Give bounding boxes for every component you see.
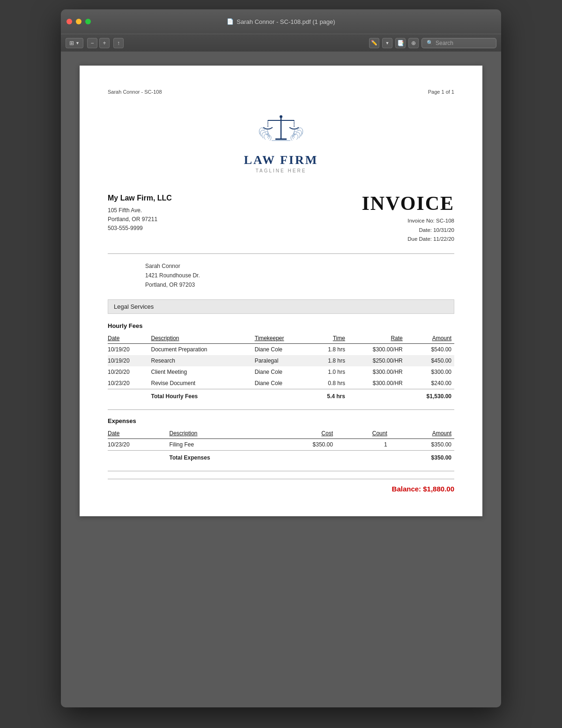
row-amount: $300.00 [406, 366, 454, 378]
invoice-title-block: INVOICE Invoice No: SC-108 Date: 10/31/2… [362, 192, 454, 244]
row-time: 1.8 hrs [311, 355, 348, 366]
expenses-divider [108, 471, 454, 471]
hourly-fees-table: Date Description Timekeeper Time Rate Am… [108, 333, 454, 402]
exp-col-cost: Cost [278, 428, 336, 439]
window-title: 📄 Sarah Connor - SC-108.pdf (1 page) [227, 18, 335, 25]
invoice-due-date: Due Date: 11/22/20 [362, 235, 454, 244]
document-client-label: Sarah Connor - SC-108 [108, 89, 162, 95]
balance-label: Balance: $1,880.00 [392, 485, 454, 493]
expenses-title: Expenses [108, 417, 454, 424]
expenses-total-row: Total Expenses $350.00 [108, 450, 454, 463]
firm-address1: 105 Fifth Ave. [108, 206, 172, 215]
page-header: Sarah Connor - SC-108 Page 1 of 1 [108, 89, 454, 95]
legal-services-box: Legal Services [108, 299, 454, 314]
row-description: Document Preparation [151, 343, 254, 355]
maximize-button[interactable] [85, 19, 91, 24]
row-rate: $250.00/HR [348, 355, 406, 366]
search-input[interactable]: 🔍 Search [422, 38, 496, 48]
page-number: Page 1 of 1 [428, 89, 454, 95]
exp-row-description: Filing Fee [169, 438, 269, 450]
toolbar: ⊞ ▼ − + ↑ ✏️ ▼ 📑 [61, 34, 501, 52]
title-bar: 📄 Sarah Connor - SC-108.pdf (1 page) [61, 9, 501, 34]
exp-col-amount: Amount [397, 428, 454, 439]
share-button[interactable]: ↑ [113, 38, 124, 48]
action-button[interactable]: ▼ [382, 38, 392, 48]
toolbar-left-group: ⊞ ▼ [66, 38, 83, 48]
header-divider [108, 253, 454, 254]
bookmark-icon: 📑 [397, 40, 404, 46]
row-time: 0.8 hrs [311, 378, 348, 389]
client-address2: Portland, OR 97203 [145, 280, 454, 290]
hourly-fees-total-label: Total Hourly Fees [151, 389, 311, 402]
balance-row: Balance: $1,880.00 [108, 479, 454, 493]
hourly-fees-title: Hourly Fees [108, 322, 454, 329]
firm-address2: Portland, OR 97211 [108, 215, 172, 224]
row-date: 10/19/20 [108, 355, 151, 366]
hourly-fees-total-time: 5.4 hrs [311, 389, 348, 402]
exp-row-amount: $350.00 [397, 438, 454, 450]
annotate-button[interactable]: ✏️ [369, 38, 379, 48]
exp-col-count: Count [336, 428, 397, 439]
expenses-total-amount: $350.00 [397, 450, 454, 463]
row-amount: $540.00 [406, 343, 454, 355]
firm-phone: 503-555-9999 [108, 224, 172, 233]
invoice-date: Date: 10/31/20 [362, 226, 454, 235]
zoom-out-button[interactable]: − [87, 38, 97, 48]
invoice-number: Invoice No: SC-108 [362, 216, 454, 226]
row-timekeeper: Diane Cole [255, 343, 311, 355]
zoom-in-button[interactable]: + [99, 38, 110, 48]
pdf-area: Sarah Connor - SC-108 Page 1 of 1 [61, 52, 501, 707]
bookmark-button[interactable]: 📑 [395, 38, 406, 48]
exp-row-date: 10/23/20 [108, 438, 169, 450]
close-button[interactable] [67, 19, 72, 24]
row-rate: $300.00/HR [348, 378, 406, 389]
svg-point-5 [280, 115, 282, 118]
app-window: 📄 Sarah Connor - SC-108.pdf (1 page) ⊞ ▼… [61, 9, 501, 707]
zoom-in-icon: + [103, 40, 106, 46]
zoom-controls: − + [87, 38, 110, 48]
search-icon: 🔍 [427, 40, 433, 46]
invoice-title: INVOICE [362, 192, 454, 215]
logo-section: LAW FIRM TAGLINE HERE [108, 109, 454, 173]
navigate-icon: ⊕ [411, 40, 416, 46]
invoice-header: My Law Firm, LLC 105 Fifth Ave. Portland… [108, 192, 454, 244]
exp-row-cost: $350.00 [278, 438, 336, 450]
hourly-fees-total-row: Total Hourly Fees 5.4 hrs $1,530.00 [108, 389, 454, 402]
expenses-header-row: Date Description Cost Count Amount [108, 428, 454, 439]
window-controls [67, 19, 91, 24]
navigate-button[interactable]: ⊕ [408, 38, 419, 48]
pdf-page: Sarah Connor - SC-108 Page 1 of 1 [80, 66, 482, 516]
table-row: 10/19/20 Research Paralegal 1.8 hrs $250… [108, 355, 454, 366]
sidebar-toggle-button[interactable]: ⊞ ▼ [66, 38, 83, 48]
row-timekeeper: Diane Cole [255, 378, 311, 389]
row-rate: $300.00/HR [348, 366, 406, 378]
exp-col-date: Date [108, 428, 169, 439]
row-description: Research [151, 355, 254, 366]
client-name: Sarah Connor [145, 261, 454, 271]
toolbar-right: ✏️ ▼ 📑 ⊕ 🔍 Search [369, 38, 496, 48]
table-row: 10/19/20 Document Preparation Diane Cole… [108, 343, 454, 355]
expenses-total-label: Total Expenses [169, 450, 278, 463]
zoom-out-icon: − [90, 40, 94, 46]
document-icon: 📄 [227, 18, 234, 25]
expenses-table: Date Description Cost Count Amount 10/23… [108, 428, 454, 463]
chevron-down-icon: ▼ [385, 41, 390, 45]
col-rate: Rate [348, 333, 406, 344]
client-address: Sarah Connor 1421 Roundhouse Dr. Portlan… [145, 261, 454, 290]
share-icon: ↑ [117, 40, 120, 46]
table-row: 10/23/20 Filing Fee $350.00 1 $350.00 [108, 438, 454, 450]
firm-legal-name: My Law Firm, LLC [108, 192, 172, 204]
col-amount: Amount [406, 333, 454, 344]
col-date: Date [108, 333, 151, 344]
legal-services-label: Legal Services [114, 303, 154, 310]
firm-info: My Law Firm, LLC 105 Fifth Ave. Portland… [108, 192, 172, 233]
row-amount: $450.00 [406, 355, 454, 366]
row-timekeeper: Diane Cole [255, 366, 311, 378]
hourly-fees-total-amount: $1,530.00 [406, 389, 454, 402]
table-row: 10/20/20 Client Meeting Diane Cole 1.0 h… [108, 366, 454, 378]
minimize-button[interactable] [76, 19, 81, 24]
col-timekeeper: Timekeeper [255, 333, 311, 344]
pen-icon: ✏️ [371, 40, 377, 46]
client-address1: 1421 Roundhouse Dr. [145, 271, 454, 280]
firm-tagline-logo: TAGLINE HERE [256, 168, 307, 173]
